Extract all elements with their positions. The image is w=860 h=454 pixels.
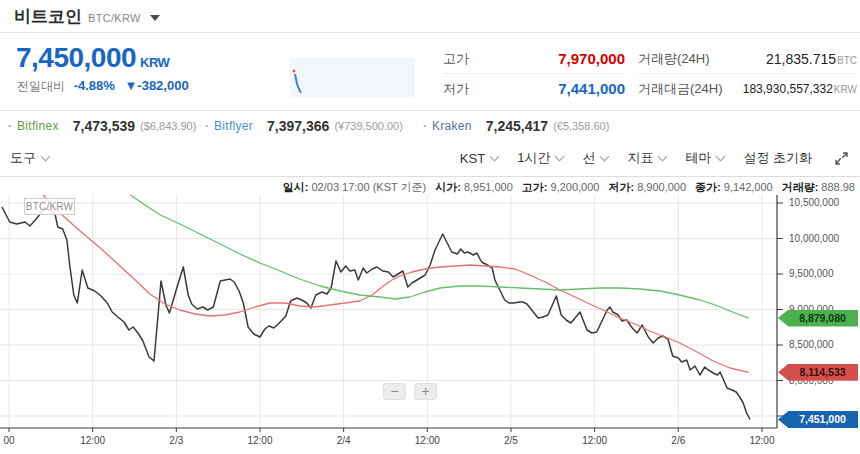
exchange-quote: ·Bitflyer7,397,366(¥739,500.00) <box>205 111 403 140</box>
exchange-price: 7,397,366 <box>267 118 329 134</box>
tools-menu-label: 도구 <box>10 149 36 167</box>
turnover-unit: KRW <box>834 84 857 95</box>
toolbar-menu-label: 1시간 <box>517 149 550 167</box>
chevron-down-icon <box>600 151 610 161</box>
toolbar-menu-KST[interactable]: KST <box>460 149 498 167</box>
exchange-quote: ·Kraken7,245,417(€5,358.60) <box>423 111 609 140</box>
chevron-down-icon <box>41 151 51 161</box>
toolbar-right: KST1시간선지표테마 설정 초기화 <box>460 149 848 167</box>
stats-volume-column: 거래량(24H) 21,835.715BTC 거래대금(24H) 183,930… <box>638 44 857 104</box>
change-percent: -4.88% <box>74 78 115 93</box>
page-title: 비트코인 <box>14 5 82 28</box>
toolbar-menu-선[interactable]: 선 <box>582 149 608 167</box>
high-value: 7,970,000 <box>558 50 625 67</box>
toolbar-menu-label: 테마 <box>685 149 711 167</box>
exchange-quote: ·Bitfinex7,473,539($6,843.90) <box>8 111 196 140</box>
turnover-value: 183,930,557,332KRW <box>743 82 857 96</box>
tools-menu[interactable]: 도구 <box>10 149 49 167</box>
price-tag: 8,114,533 <box>778 364 858 381</box>
exchange-converted-price: (€5,358.60) <box>553 120 609 132</box>
exchange-name: Bitfinex <box>17 119 59 133</box>
low-row: 저가 7,441,000 <box>443 74 625 103</box>
y-axis-label: 9,500,000 <box>789 268 834 279</box>
toolbar-menus: KST1시간선지표테마 <box>460 149 725 167</box>
volume-value: 21,835.715BTC <box>766 51 857 67</box>
y-axis-label: 8,500,000 <box>789 339 834 350</box>
stats-panel: 고가 7,970,000 저가 7,441,000 거래량(24H) 21,83… <box>443 44 857 104</box>
x-axis-label: 12:00 <box>80 435 105 446</box>
x-axis-label: 12:00 <box>749 435 774 446</box>
mini-chart-svg <box>290 58 415 97</box>
change-label: 전일대비 <box>17 79 65 93</box>
chevron-down-icon <box>716 151 726 161</box>
exchange-converted-price: ($6,843.90) <box>140 120 196 132</box>
turnover-label: 거래대금(24H) <box>638 80 723 98</box>
x-axis-label: 00 <box>3 435 14 446</box>
price-chart[interactable] <box>0 177 860 454</box>
pair-label: BTC/KRW <box>88 12 141 24</box>
high-row: 고가 7,970,000 <box>443 44 625 74</box>
exchange-price: 7,473,539 <box>73 118 135 134</box>
exchange-name: Bitflyer <box>214 119 253 133</box>
title-row: 비트코인 BTC/KRW <box>0 0 860 33</box>
bullet-icon: · <box>423 119 427 133</box>
volume-row: 거래량(24H) 21,835.715BTC <box>638 44 857 74</box>
volume-label: 거래량(24H) <box>638 50 710 68</box>
toolbar-menu-1시간[interactable]: 1시간 <box>517 149 563 167</box>
current-price: 7,450,000 <box>16 42 136 73</box>
toolbar-menu-지표[interactable]: 지표 <box>627 149 666 167</box>
chevron-down-icon <box>490 151 500 161</box>
exchange-converted-price: (¥739,500.00) <box>334 120 403 132</box>
x-axis-label: 12:00 <box>582 435 607 446</box>
exchange-row: ·Bitfinex7,473,539($6,843.90)·Bitflyer7,… <box>0 111 860 141</box>
currency-label: KRW <box>140 55 169 70</box>
toolbar-menu-테마[interactable]: 테마 <box>685 149 724 167</box>
chevron-down-icon <box>658 151 668 161</box>
chart-section: 일시:02/03 17:00 (KST 기준)시가:8,951,000고가:9,… <box>0 177 860 454</box>
chevron-down-icon[interactable] <box>150 15 160 21</box>
x-axis-label: 2/6 <box>671 435 685 446</box>
exchange-name: Kraken <box>432 119 472 133</box>
price-section: 7,450,000KRW 전일대비 -4.88% ▼-382,000 고가 7,… <box>0 34 860 111</box>
x-axis-label: 12:00 <box>247 435 272 446</box>
chart-toolbar: 도구 KST1시간선지표테마 설정 초기화 <box>0 140 860 177</box>
chart-watermark: BTC/KRW <box>24 198 75 215</box>
bullet-icon: · <box>8 119 12 133</box>
high-label: 고가 <box>443 50 469 68</box>
turnover-row: 거래대금(24H) 183,930,557,332KRW <box>638 74 857 103</box>
change-row: 전일대비 -4.88% ▼-382,000 <box>17 78 189 95</box>
mini-chart <box>290 58 415 97</box>
fullscreen-icon[interactable] <box>835 152 848 165</box>
x-axis-label: 2/3 <box>169 435 183 446</box>
bullet-icon: · <box>205 119 209 133</box>
low-label: 저가 <box>443 80 469 98</box>
toolbar-menu-label: 선 <box>582 149 595 167</box>
y-axis-label: 10,500,000 <box>789 197 839 208</box>
volume-unit: BTC <box>837 55 857 66</box>
zoom-out-button[interactable]: − <box>383 383 406 400</box>
exchange-btc-page: 비트코인 BTC/KRW 7,450,000KRW 전일대비 -4.88% ▼-… <box>0 0 860 454</box>
zoom-in-button[interactable]: + <box>414 383 437 400</box>
low-value: 7,441,000 <box>558 80 625 97</box>
toolbar-menu-label: KST <box>460 151 485 166</box>
toolbar-menu-label: 지표 <box>627 149 653 167</box>
reset-settings-button[interactable]: 설정 초기화 <box>743 149 812 167</box>
current-price-block: 7,450,000KRW <box>16 42 169 74</box>
x-axis-label: 2/5 <box>504 435 518 446</box>
exchange-price: 7,245,417 <box>486 118 548 134</box>
x-axis-label: 2/4 <box>337 435 351 446</box>
down-arrow-icon: ▼ <box>124 78 137 93</box>
price-tag: 8,879,080 <box>778 310 858 327</box>
chevron-down-icon <box>555 151 565 161</box>
change-amount: ▼-382,000 <box>124 78 188 93</box>
y-axis-label: 10,000,000 <box>789 233 839 244</box>
price-tag: 7,451,000 <box>778 411 858 428</box>
x-axis-label: 12:00 <box>415 435 440 446</box>
stats-price-column: 고가 7,970,000 저가 7,441,000 <box>443 44 625 104</box>
